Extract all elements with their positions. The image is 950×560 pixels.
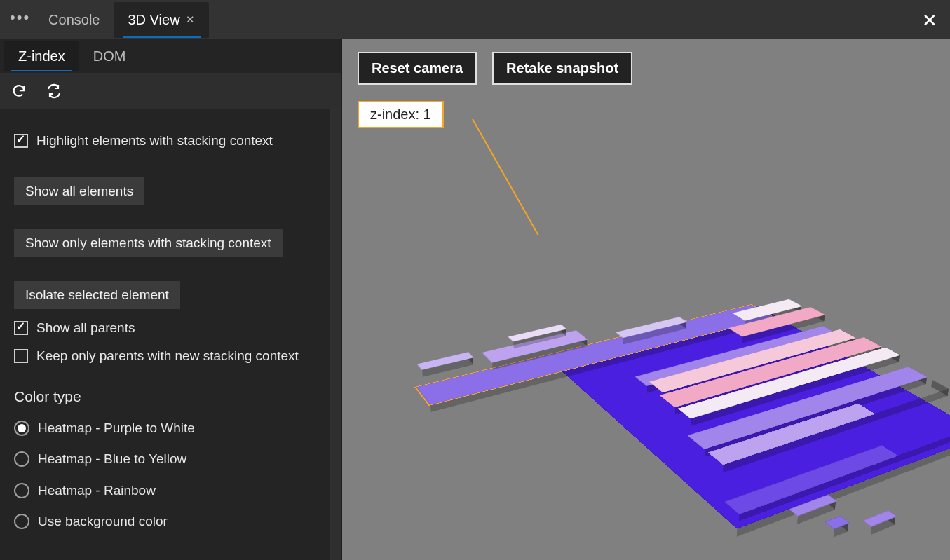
scene-3d[interactable] xyxy=(377,67,938,558)
show-all-elements-button[interactable]: Show all elements xyxy=(14,177,144,205)
sub-tab-dom[interactable]: DOM xyxy=(79,41,140,71)
sub-tab-label: Z-index xyxy=(18,48,65,64)
radio-input[interactable] xyxy=(14,514,29,529)
radio-label: Heatmap - Purple to White xyxy=(38,418,195,439)
layer-chip[interactable] xyxy=(416,352,473,370)
devtools-tab-bar: ••• Console 3D View ✕ ✕ xyxy=(0,0,950,39)
options-list: Highlight elements with stacking context… xyxy=(0,109,341,543)
tooltip-label: z-index: 1 xyxy=(370,107,431,122)
radio-input[interactable] xyxy=(14,421,29,436)
main-container: Z-index DOM xyxy=(0,39,950,560)
sub-tab-zindex[interactable]: Z-index xyxy=(4,41,79,71)
radio-input[interactable] xyxy=(14,451,29,467)
checkbox-input[interactable] xyxy=(14,134,28,148)
radio-heatmap-blue-yellow[interactable]: Heatmap - Blue to Yellow xyxy=(14,449,327,470)
sub-tab-label: DOM xyxy=(93,48,126,64)
radio-heatmap-rainbow[interactable]: Heatmap - Rainbow xyxy=(14,480,327,501)
radio-use-background-color[interactable]: Use background color xyxy=(14,511,327,532)
tab-label: 3D View xyxy=(128,12,180,28)
section-title-color-type: Color type xyxy=(14,388,327,405)
tab-3d-view[interactable]: 3D View ✕ xyxy=(114,2,209,38)
viewport-3d[interactable]: Reset camera Retake snapshot z-index: 1 xyxy=(342,39,950,560)
checkbox-label: Show all parents xyxy=(36,319,135,338)
checkbox-label: Keep only parents with new stacking cont… xyxy=(36,347,299,366)
sub-tab-bar: Z-index DOM xyxy=(0,39,341,73)
close-icon[interactable]: ✕ xyxy=(186,13,195,26)
options-panel: Z-index DOM xyxy=(0,39,342,560)
checkbox-keep-only-parents[interactable]: Keep only parents with new stacking cont… xyxy=(14,347,327,366)
checkbox-input[interactable] xyxy=(14,349,28,363)
button-label: Isolate selected element xyxy=(25,287,169,302)
button-label: Show all elements xyxy=(25,184,133,198)
layer-fragment[interactable] xyxy=(862,510,897,527)
refresh-icon[interactable] xyxy=(10,82,28,100)
options-toolbar xyxy=(0,73,341,109)
button-label: Show only elements with stacking context xyxy=(25,235,271,250)
tab-label: Console xyxy=(48,12,100,28)
close-panel-icon[interactable]: ✕ xyxy=(922,10,937,32)
layer-fragment[interactable] xyxy=(825,516,850,529)
isolate-selected-button[interactable]: Isolate selected element xyxy=(14,281,180,309)
tab-console[interactable]: Console xyxy=(34,2,114,38)
radio-label: Heatmap - Rainbow xyxy=(38,480,156,501)
scene-world xyxy=(384,277,950,560)
scrollbar-vertical[interactable] xyxy=(330,109,341,560)
radio-label: Heatmap - Blue to Yellow xyxy=(38,449,186,470)
checkbox-label: Highlight elements with stacking context xyxy=(36,132,273,151)
radio-input[interactable] xyxy=(14,483,29,498)
radio-heatmap-purple-white[interactable]: Heatmap - Purple to White xyxy=(14,418,327,439)
checkbox-input[interactable] xyxy=(14,321,28,335)
more-tabs-icon[interactable]: ••• xyxy=(10,4,30,35)
checkbox-highlight-stacking[interactable]: Highlight elements with stacking context xyxy=(14,132,327,151)
radio-label: Use background color xyxy=(38,511,168,532)
show-only-stacking-button[interactable]: Show only elements with stacking context xyxy=(14,229,283,257)
checkbox-show-all-parents[interactable]: Show all parents xyxy=(14,319,327,338)
zindex-tooltip: z-index: 1 xyxy=(358,101,444,128)
reset-view-icon[interactable] xyxy=(45,82,63,100)
